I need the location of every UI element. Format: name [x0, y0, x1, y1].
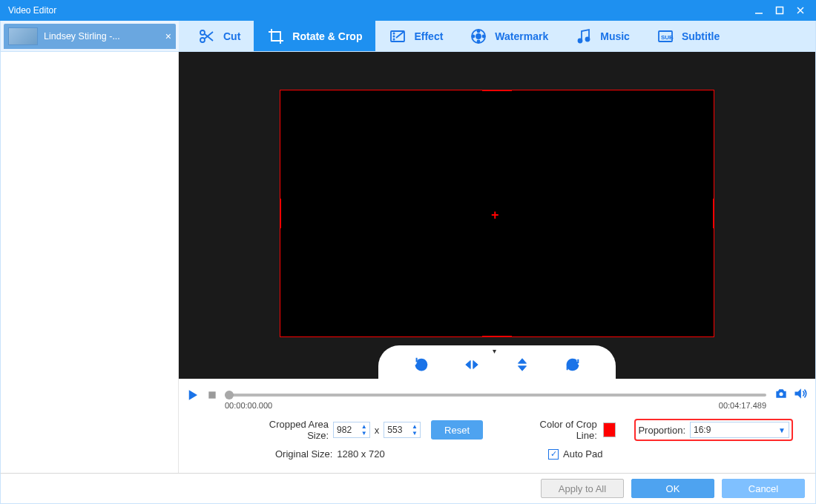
original-size-value: 1280 x 720 — [337, 448, 384, 460]
apply-to-all-button[interactable]: Apply to All — [541, 479, 624, 498]
cancel-button[interactable]: Cancel — [722, 479, 805, 498]
maximize-button[interactable] — [769, 3, 790, 18]
svg-point-18 — [473, 35, 475, 37]
camera-icon — [774, 386, 789, 401]
music-icon — [575, 27, 593, 45]
proportion-label: Proportion: — [638, 425, 685, 436]
flip-vertical-icon — [514, 357, 530, 373]
rotate-button[interactable] — [409, 353, 433, 377]
crop-handle-left[interactable] — [280, 199, 281, 228]
crop-rectangle[interactable]: + — [280, 90, 714, 337]
maximize-icon — [775, 6, 784, 15]
crop-settings: Cropped Area Size: 982 ▲▼ x 553 ▲▼ Reset… — [179, 411, 815, 473]
reset-button[interactable]: Reset — [431, 420, 483, 440]
svg-marker-30 — [795, 388, 801, 398]
file-thumbnail — [8, 27, 38, 45]
svg-point-17 — [478, 40, 480, 42]
tab-effect[interactable]: Effect — [375, 21, 456, 51]
height-spin-down[interactable]: ▼ — [410, 430, 419, 437]
sidebar — [1, 52, 179, 473]
top-row: Lindsey Stirling -... × Cut Rotate & Cro… — [0, 21, 816, 52]
proportion-group-highlight: Proportion: 16:9 ▼ — [634, 419, 793, 441]
svg-rect-28 — [208, 391, 215, 398]
width-spin-down[interactable]: ▼ — [360, 430, 369, 437]
tab-music-label: Music — [600, 30, 630, 42]
crop-icon — [267, 27, 285, 45]
tab-cut[interactable]: Cut — [185, 21, 254, 51]
svg-rect-1 — [777, 7, 783, 14]
title-bar: Video Editor — [0, 0, 816, 21]
svg-line-12 — [396, 32, 404, 38]
crop-handle-top[interactable] — [482, 90, 512, 91]
svg-point-9 — [394, 33, 395, 33]
chevron-down-icon[interactable]: ▾ — [493, 347, 496, 355]
cropped-area-label: Cropped Area Size: — [246, 419, 329, 441]
timeline-track — [225, 394, 766, 397]
crop-height-input[interactable]: 553 ▲▼ — [384, 422, 421, 438]
reset-rotation-button[interactable] — [561, 353, 585, 377]
snapshot-button[interactable] — [774, 386, 789, 404]
timeline-slider[interactable]: 00:00:00.000 00:04:17.489 — [225, 394, 766, 397]
transform-pod: ▾ — [378, 345, 616, 379]
crop-center-cross-icon: + — [491, 208, 499, 223]
svg-point-11 — [394, 39, 395, 39]
flip-horizontal-button[interactable] — [460, 353, 484, 377]
crop-handle-bottom[interactable] — [482, 336, 512, 337]
svg-marker-26 — [519, 366, 527, 371]
tab-cut-label: Cut — [223, 30, 240, 42]
original-size-label: Original Size: — [275, 448, 332, 460]
crop-line-color-swatch[interactable] — [603, 422, 616, 437]
play-icon — [186, 388, 200, 402]
svg-marker-25 — [519, 359, 527, 363]
svg-point-29 — [780, 392, 783, 396]
svg-point-20 — [586, 37, 590, 41]
svg-point-19 — [579, 39, 582, 42]
flip-horizontal-icon — [464, 357, 480, 373]
current-time: 00:00:00.000 — [225, 401, 272, 410]
auto-pad-label: Auto Pad — [563, 448, 603, 460]
flip-vertical-button[interactable] — [510, 353, 534, 377]
tab-rotate-crop[interactable]: Rotate & Crop — [254, 21, 375, 51]
close-icon — [796, 6, 805, 15]
tab-subtitle-label: Subtitle — [682, 30, 720, 42]
subtitle-icon: SUB — [657, 27, 674, 45]
effect-icon — [389, 27, 407, 45]
playback-bar: 00:00:00.000 00:04:17.489 — [179, 379, 815, 411]
svg-point-14 — [476, 34, 481, 39]
tab-subtitle[interactable]: SUB Subtitle — [643, 21, 733, 51]
tab-music[interactable]: Music — [562, 21, 643, 51]
close-button[interactable] — [790, 3, 811, 18]
stop-button[interactable] — [207, 390, 217, 400]
rotate-icon — [413, 357, 430, 373]
file-tab-area: Lindsey Stirling -... × — [1, 21, 179, 51]
proportion-select[interactable]: 16:9 ▼ — [690, 422, 789, 438]
content-area: + ▾ — [179, 52, 815, 473]
svg-point-5 — [200, 38, 205, 42]
timeline-thumb[interactable] — [225, 391, 234, 399]
crop-handle-right[interactable] — [713, 199, 714, 228]
svg-point-16 — [483, 35, 485, 37]
color-label: Color of Crop Line: — [535, 419, 597, 441]
ok-button[interactable]: OK — [631, 479, 714, 498]
tab-effect-label: Effect — [414, 30, 443, 42]
svg-marker-27 — [189, 390, 197, 400]
minimize-button[interactable] — [748, 3, 769, 18]
tab-watermark[interactable]: Watermark — [456, 21, 562, 51]
window-title: Video Editor — [8, 5, 748, 16]
auto-pad-checkbox[interactable]: ✓ — [548, 449, 559, 460]
play-button[interactable] — [186, 388, 200, 402]
file-tab-close-icon[interactable]: × — [165, 30, 171, 42]
watermark-icon — [470, 27, 487, 45]
main-area: + ▾ — [0, 52, 816, 473]
x-separator: x — [375, 425, 380, 436]
file-name: Lindsey Stirling -... — [44, 31, 161, 42]
total-time: 00:04:17.489 — [719, 401, 766, 410]
file-tab[interactable]: Lindsey Stirling -... × — [4, 24, 176, 49]
svg-marker-24 — [473, 361, 478, 369]
crop-width-input[interactable]: 982 ▲▼ — [333, 422, 370, 438]
crop-width-value: 982 — [337, 425, 352, 435]
width-spin-up[interactable]: ▲ — [360, 423, 369, 430]
volume-button[interactable] — [793, 386, 808, 404]
height-spin-up[interactable]: ▲ — [410, 423, 419, 430]
svg-point-15 — [478, 30, 480, 32]
